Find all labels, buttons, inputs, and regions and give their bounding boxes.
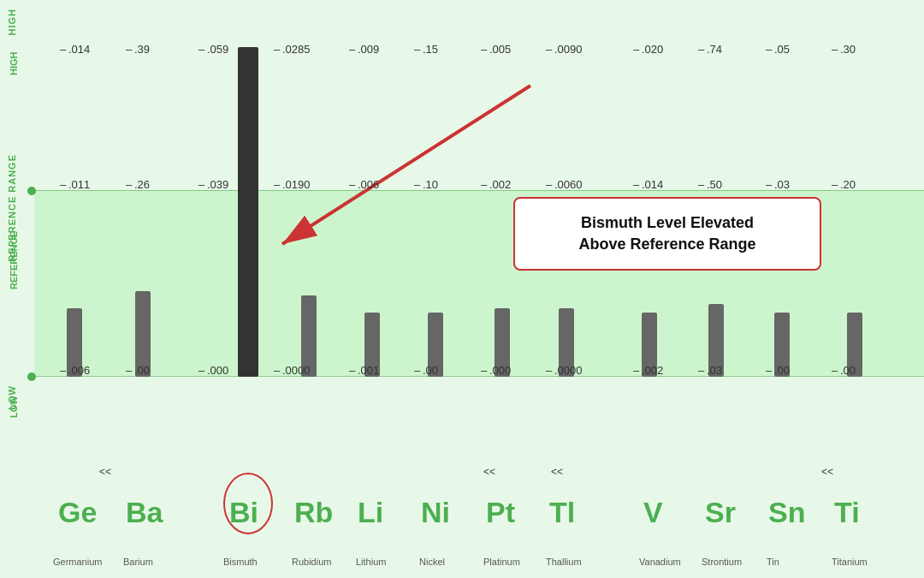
svg-text:.0285: .0285 — [282, 43, 311, 56]
symbol-v: V — [643, 496, 663, 528]
name-pt: Platinum — [483, 557, 520, 567]
svg-text:.059: .059 — [207, 43, 228, 56]
svg-text:–: – — [126, 43, 133, 56]
name-ni: Nickel — [419, 557, 445, 567]
svg-text:–: – — [349, 43, 356, 56]
svg-text:.0060: .0060 — [554, 178, 583, 191]
symbol-sr: Sr — [705, 496, 736, 528]
svg-text:.30: .30 — [840, 43, 856, 56]
svg-text:–: – — [633, 43, 640, 56]
symbol-sn: Sn — [768, 496, 805, 528]
dot-upper-reference — [27, 187, 36, 195]
svg-text:–: – — [698, 43, 705, 56]
svg-text:–: – — [60, 178, 67, 191]
label-low: LOW — [7, 385, 17, 410]
svg-text:–: – — [414, 43, 421, 56]
name-v: Vanadium — [639, 557, 681, 567]
sidebar-high: HIGH — [9, 51, 19, 75]
svg-text:.039: .039 — [207, 178, 228, 191]
svg-text:–: – — [126, 178, 133, 191]
lower-reference-line — [34, 376, 924, 377]
bismuth-circle — [224, 474, 272, 533]
annotation-box: Bismuth Level Elevated Above Reference R… — [513, 197, 821, 271]
svg-text:–: – — [198, 43, 205, 56]
upper-reference-line — [34, 190, 924, 191]
svg-text:–: – — [766, 178, 773, 191]
svg-text:–: – — [832, 43, 838, 56]
label-reference-range: REFERENCE RANGE — [7, 154, 17, 262]
symbol-ba: Ba — [126, 496, 164, 528]
svg-text:.011: .011 — [68, 178, 90, 191]
name-sn: Tin — [767, 557, 779, 567]
svg-text:.006: .006 — [358, 178, 379, 191]
below-tl: << — [551, 466, 563, 478]
below-sn: << — [821, 466, 833, 478]
svg-text:–: – — [481, 43, 488, 56]
symbol-tl: Tl — [549, 496, 575, 528]
below-ge: << — [99, 466, 111, 478]
name-ti: Titanium — [832, 557, 868, 567]
symbol-ni: Ni — [421, 496, 450, 528]
svg-text:.26: .26 — [134, 178, 150, 191]
svg-text:–: – — [546, 43, 553, 56]
name-li: Lithium — [356, 557, 386, 567]
svg-text:–: – — [198, 178, 205, 191]
symbol-ti: Ti — [834, 496, 860, 528]
svg-text:.0090: .0090 — [554, 43, 583, 56]
annotation-line2: Above Reference Range — [578, 235, 755, 253]
svg-text:.03: .03 — [774, 178, 790, 191]
svg-text:–: – — [60, 43, 67, 56]
svg-text:–: – — [349, 178, 356, 191]
chart-container: HIGH REFERENCE RANGE LOW — [0, 0, 924, 578]
svg-text:.20: .20 — [840, 178, 856, 191]
name-tl: Thallium — [546, 557, 582, 567]
symbol-li: Li — [358, 496, 383, 528]
svg-text:–: – — [633, 178, 640, 191]
name-sr: Strontium — [702, 557, 742, 567]
symbol-rb: Rb — [294, 496, 333, 528]
symbol-bi: Bi — [229, 496, 258, 528]
svg-text:–: – — [832, 178, 838, 191]
svg-text:.009: .009 — [358, 43, 379, 56]
svg-text:–: – — [546, 178, 553, 191]
svg-text:–: – — [766, 43, 773, 56]
svg-text:.002: .002 — [489, 178, 511, 191]
svg-text:.0190: .0190 — [282, 178, 311, 191]
svg-text:.014: .014 — [68, 43, 90, 56]
svg-text:.10: .10 — [423, 178, 438, 191]
svg-text:.014: .014 — [642, 178, 663, 191]
svg-text:.74: .74 — [707, 43, 722, 56]
svg-text:.39: .39 — [134, 43, 150, 56]
name-ba: Barium — [123, 557, 153, 567]
svg-text:.15: .15 — [423, 43, 438, 56]
svg-text:.05: .05 — [774, 43, 790, 56]
svg-text:.020: .020 — [642, 43, 663, 56]
svg-text:–: – — [698, 178, 705, 191]
symbol-pt: Pt — [486, 496, 515, 528]
svg-text:–: – — [414, 178, 421, 191]
svg-text:–: – — [274, 43, 281, 56]
svg-text:.005: .005 — [489, 43, 511, 56]
name-rb: Rubidium — [292, 557, 331, 567]
name-ge: Germanium — [53, 557, 102, 567]
label-high: HIGH — [7, 9, 17, 36]
symbol-ge: Ge — [58, 496, 97, 528]
annotation-line1: Bismuth Level Elevated — [581, 214, 754, 231]
name-bi: Bismuth — [223, 557, 258, 567]
dot-lower-reference — [27, 372, 36, 381]
svg-text:.50: .50 — [707, 178, 722, 191]
svg-text:–: – — [481, 178, 488, 191]
svg-text:–: – — [274, 178, 281, 191]
below-pt: << — [483, 466, 495, 478]
